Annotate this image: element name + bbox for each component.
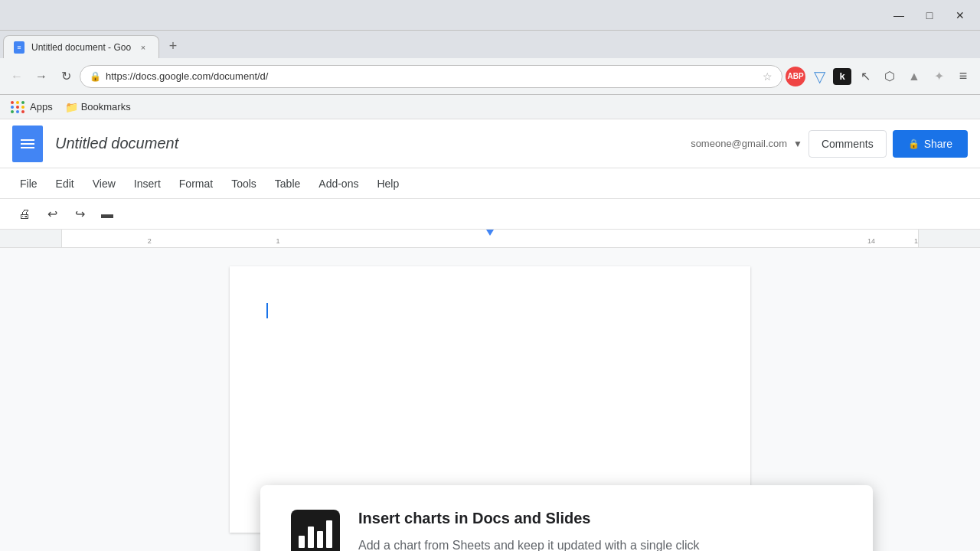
- apps-dot: [21, 101, 24, 104]
- menu-item-view[interactable]: View: [85, 173, 123, 194]
- docs-logo: [12, 126, 43, 162]
- lock-icon: 🔒: [90, 71, 101, 82]
- share-lock-icon: 🔒: [908, 139, 920, 149]
- triangle-extension-button[interactable]: ▲: [903, 66, 925, 87]
- window-controls: — □ ✕: [885, 5, 974, 26]
- url-bar[interactable]: 🔒 https://docs.google.com/document/d/ ☆: [80, 65, 782, 88]
- tab-title: Untitled document - Goo: [31, 42, 131, 53]
- star-extension-button[interactable]: ✦: [928, 66, 949, 87]
- share-button[interactable]: 🔒 Share: [893, 130, 968, 158]
- ruler-mark-1: 1: [276, 237, 280, 245]
- ruler-triangle: [486, 230, 494, 236]
- bookmark-star-icon[interactable]: ☆: [763, 70, 773, 83]
- forward-button[interactable]: →: [31, 66, 52, 87]
- active-tab[interactable]: Untitled document - Goo ×: [3, 35, 159, 58]
- tooltip-title: Insert charts in Docs and Slides: [358, 510, 842, 527]
- docs-favicon-icon: [14, 41, 24, 54]
- docs-toolbar: 🖨 ↩ ↪ ▬: [0, 199, 980, 230]
- menu-item-add-ons[interactable]: Add-ons: [311, 173, 366, 194]
- docs-logo-lines: [21, 139, 34, 148]
- downarrow-extension-button[interactable]: ▽: [808, 66, 830, 87]
- docs-logo-line: [21, 143, 34, 145]
- docs-header-right: someone@gmail.com ▼ Comments 🔒 Share: [691, 130, 968, 158]
- text-cursor: [266, 303, 268, 318]
- browser-menu-button[interactable]: ≡: [952, 66, 974, 87]
- apps-dot: [16, 106, 19, 109]
- reload-button[interactable]: ↻: [55, 66, 77, 87]
- shield-extension-button[interactable]: ⬡: [879, 66, 900, 87]
- document-area: Insert charts in Docs and Slides Add a c…: [0, 248, 980, 551]
- docs-menu-bar: FileEditViewInsertFormatToolsTableAdd-on…: [0, 168, 980, 199]
- docs-logo-line: [21, 139, 34, 141]
- tab-close-button[interactable]: ×: [137, 41, 149, 54]
- undo-button[interactable]: ↩: [40, 204, 64, 225]
- chart-bar: [299, 536, 305, 548]
- apps-label: Apps: [30, 101, 53, 112]
- browser-window: — □ ✕ Untitled document - Goo × + ← → ↻ …: [0, 0, 980, 551]
- share-label: Share: [924, 138, 952, 150]
- maximize-button[interactable]: □: [916, 5, 943, 26]
- tooltip-chart-icon: [291, 510, 340, 551]
- apps-dot: [21, 110, 24, 113]
- bookmarks-bar: Apps 📁 Bookmarks: [0, 95, 980, 119]
- menu-item-help[interactable]: Help: [369, 173, 407, 194]
- menu-item-file[interactable]: File: [12, 173, 45, 194]
- apps-dot: [21, 106, 24, 109]
- comments-button[interactable]: Comments: [808, 130, 887, 158]
- menu-item-format[interactable]: Format: [172, 173, 220, 194]
- docs-header: Untitled document someone@gmail.com ▼ Co…: [0, 119, 980, 168]
- apps-button[interactable]: Apps: [6, 98, 57, 116]
- docs-logo-line: [21, 147, 34, 148]
- tab-favicon: [13, 41, 25, 54]
- cursor-extension-button[interactable]: ↖: [854, 66, 876, 87]
- adblock-extension-button[interactable]: ABP: [786, 67, 805, 86]
- print-button[interactable]: 🖨: [12, 204, 37, 225]
- docs-area: Untitled document someone@gmail.com ▼ Co…: [0, 119, 980, 551]
- chart-bar: [308, 527, 314, 548]
- user-dropdown-icon[interactable]: ▼: [793, 139, 802, 149]
- apps-grid-icon: [11, 101, 25, 113]
- new-tab-button[interactable]: +: [162, 35, 184, 57]
- bookmarks-folder[interactable]: 📁 Bookmarks: [60, 98, 136, 116]
- apps-dot: [16, 101, 19, 104]
- redo-button[interactable]: ↪: [67, 204, 92, 225]
- tooltip-content: Insert charts in Docs and Slides Add a c…: [358, 510, 842, 551]
- apps-dot: [16, 110, 19, 113]
- minimize-button[interactable]: —: [885, 5, 913, 26]
- back-button[interactable]: ←: [6, 66, 28, 87]
- tab-bar: Untitled document - Goo × +: [0, 31, 980, 58]
- menu-item-edit[interactable]: Edit: [48, 173, 82, 194]
- address-bar: ← → ↻ 🔒 https://docs.google.com/document…: [0, 58, 980, 95]
- document-title[interactable]: Untitled document: [55, 135, 178, 152]
- ruler-mark-14: 14: [867, 237, 875, 245]
- apps-dot: [11, 101, 14, 104]
- menu-item-tools[interactable]: Tools: [224, 173, 264, 194]
- close-button[interactable]: ✕: [946, 5, 974, 26]
- ruler-mark-1r: 1: [914, 237, 918, 245]
- k-extension-button[interactable]: k: [833, 68, 851, 85]
- chart-bar: [326, 520, 332, 548]
- apps-dot: [11, 110, 14, 113]
- ruler-track: 2 1 14 1: [61, 230, 919, 247]
- folder-icon: 📁: [65, 101, 78, 113]
- menu-item-insert[interactable]: Insert: [126, 173, 168, 194]
- title-bar: — □ ✕: [0, 0, 980, 31]
- bookmarks-label: Bookmarks: [81, 101, 131, 112]
- extensions-area: ABP ▽ k ↖ ⬡ ▲ ✦ ≡: [786, 66, 974, 87]
- tooltip-description: Add a chart from Sheets and keep it upda…: [358, 536, 842, 551]
- user-email: someone@gmail.com: [691, 138, 787, 149]
- menu-item-table[interactable]: Table: [267, 173, 308, 194]
- chart-bar: [317, 531, 323, 548]
- apps-dot: [11, 106, 14, 109]
- tooltip-popup: Insert charts in Docs and Slides Add a c…: [260, 485, 873, 551]
- ruler-mark-2: 2: [148, 237, 152, 245]
- paint-format-button[interactable]: ▬: [95, 204, 119, 225]
- ruler: 2 1 14 1: [0, 230, 980, 248]
- url-text: https://docs.google.com/document/d/: [106, 70, 758, 82]
- chart-bars-icon: [299, 520, 332, 548]
